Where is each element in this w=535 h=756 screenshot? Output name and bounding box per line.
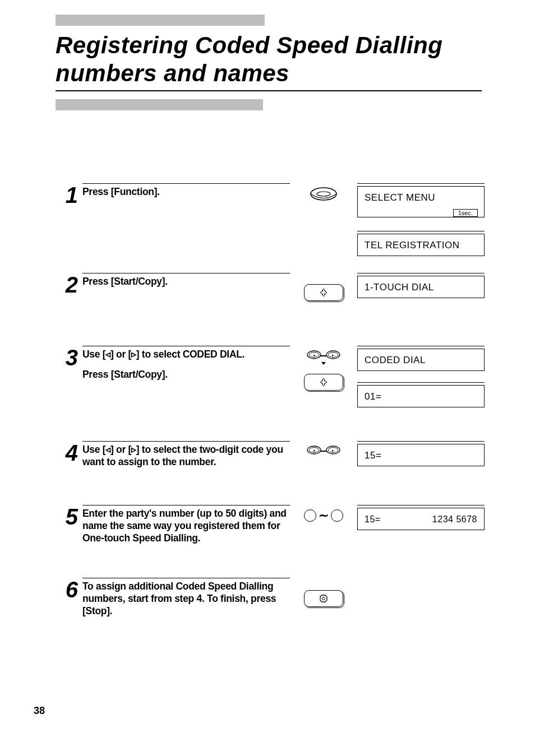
lcd-display: 15= 1234 5678 <box>357 508 485 530</box>
svg-point-1 <box>317 192 330 196</box>
page-title: Registering Coded Speed Dialling numbers… <box>56 31 485 87</box>
step-6: 6 To assign additional Coded Speed Diall… <box>56 578 485 618</box>
display-rule <box>357 231 485 231</box>
svg-marker-17 <box>320 595 327 602</box>
step-text: Enter the party's number (up to 50 digit… <box>82 508 290 545</box>
step-text: Use [◃] or [▹] to select CODED DIAL. Pre… <box>82 349 290 381</box>
stop-button-icon <box>304 590 343 607</box>
title-underline <box>56 90 482 91</box>
arrow-buttons-icon: ◂ ▸ <box>306 349 341 366</box>
step-rule <box>82 183 290 184</box>
start-copy-button-icon <box>304 374 343 391</box>
decorative-bar-top <box>56 15 265 26</box>
step-number: 1 <box>56 187 78 203</box>
svg-text:◂: ◂ <box>313 353 315 357</box>
start-copy-button-icon <box>304 284 343 301</box>
lcd-display: CODED DIAL <box>357 349 485 371</box>
svg-point-18 <box>322 597 325 600</box>
step-number: 3 <box>56 349 78 366</box>
page-number: 38 <box>34 705 45 717</box>
step-text: To assign additional Coded Speed Diallin… <box>82 581 290 618</box>
lcd-display: 01= <box>357 385 485 407</box>
keypad-range-icon: ∼ <box>304 508 343 523</box>
function-button-icon <box>310 187 338 201</box>
step-1: 1 Press [Function]. SELECT MENU <box>56 183 485 256</box>
svg-text:▸: ▸ <box>332 353 334 357</box>
svg-marker-9 <box>321 362 326 365</box>
step-5: 5 Enter the party's number (up to 50 dig… <box>56 505 485 545</box>
step-text: Press [Function]. <box>82 186 290 198</box>
decorative-bar-sub <box>56 99 263 110</box>
step-number: 6 <box>56 581 78 598</box>
lcd-display: 1-TOUCH DIAL <box>357 276 485 298</box>
svg-text:◂: ◂ <box>313 448 315 452</box>
display-rule <box>357 183 485 184</box>
step-4: 4 Use [◃] or [▹] to select the two-digit… <box>56 441 485 469</box>
step-number: 5 <box>56 508 78 525</box>
step-2: 2 Press [Start/Copy]. 1-TOUCH DIAL <box>56 273 485 301</box>
lcd-display: 15= <box>357 444 485 466</box>
step-number: 2 <box>56 276 78 293</box>
lcd-display: TEL REGISTRATION <box>357 234 485 256</box>
step-text: Use [◃] or [▹] to select the two-digit c… <box>82 444 290 469</box>
timer-badge: 1sec. <box>453 209 478 217</box>
arrow-buttons-icon: ◂ ▸ <box>306 444 341 456</box>
step-3: 3 Use [◃] or [▹] to select CODED DIAL. P… <box>56 346 485 407</box>
svg-text:▸: ▸ <box>332 448 334 452</box>
step-text: Press [Start/Copy]. <box>82 276 290 288</box>
step-number: 4 <box>56 444 78 461</box>
